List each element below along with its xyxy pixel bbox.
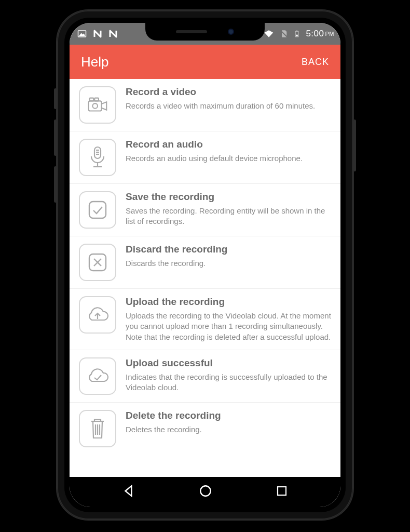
svg-rect-8: [94, 98, 99, 101]
svg-point-6: [92, 103, 98, 109]
time-suffix: PM: [325, 31, 335, 37]
n-icon: [92, 29, 103, 38]
x-icon: [79, 244, 116, 281]
back-button[interactable]: BACK: [302, 57, 329, 68]
battery-icon: [293, 29, 300, 39]
help-list[interactable]: Record a video Records a video with maxi…: [70, 79, 340, 477]
help-item-record-video: Record a video Records a video with maxi…: [70, 79, 340, 131]
help-item-title: Delete the recording: [126, 410, 331, 421]
status-time: 5:00PM: [306, 29, 334, 39]
help-item-desc: Saves the recording. Recording entity wi…: [126, 206, 331, 227]
help-item-title: Save the recording: [126, 191, 331, 203]
nav-back-button[interactable]: [112, 480, 146, 504]
help-item-upload: Upload the recording Uploads the recordi…: [70, 289, 340, 350]
help-item-desc: Deletes the recording.: [126, 424, 331, 435]
side-button: [54, 166, 57, 203]
nav-home-button[interactable]: [188, 480, 223, 504]
side-button: [54, 119, 57, 156]
wifi-icon: [263, 29, 275, 38]
picture-icon: [77, 29, 87, 38]
svg-rect-5: [89, 101, 102, 111]
help-item-title: Upload successful: [126, 357, 331, 369]
app-header: Help BACK: [70, 45, 340, 79]
help-item-title: Record an audio: [126, 139, 331, 150]
svg-point-23: [200, 486, 211, 496]
help-item-desc: Records a video with maximum duration of…: [126, 101, 331, 111]
svg-rect-7: [90, 98, 94, 101]
help-item-title: Record a video: [126, 86, 331, 98]
help-item-discard: Discard the recording Discards the recor…: [70, 236, 340, 289]
help-item-save: Save the recording Saves the recording. …: [70, 184, 340, 236]
svg-rect-3: [296, 31, 297, 32]
help-item-desc: Discards the recording.: [126, 258, 331, 269]
cloud-check-icon: [79, 357, 116, 395]
phone-frame: 5:00PM Help BACK: [57, 10, 353, 520]
front-camera: [228, 29, 234, 35]
android-nav-bar: [70, 477, 340, 507]
page-title: Help: [81, 54, 108, 70]
svg-rect-24: [278, 487, 286, 495]
trash-icon: [79, 410, 116, 447]
help-item-desc: Records an audio using default device mi…: [126, 153, 331, 164]
help-item-record-audio: Record an audio Records an audio using d…: [70, 131, 340, 184]
speaker-grille: [176, 30, 207, 33]
time-value: 5:00: [306, 29, 324, 38]
sim-off-icon: [280, 29, 288, 38]
side-button: [54, 88, 57, 109]
cloud-upload-icon: [79, 296, 116, 334]
notch: [145, 23, 265, 41]
help-item-upload-success: Upload successful Indicates that the rec…: [70, 350, 340, 403]
help-item-title: Discard the recording: [126, 244, 331, 255]
microphone-icon: [79, 139, 116, 176]
help-item-desc: Uploads the recording to the Videolab cl…: [126, 311, 331, 342]
video-camera-icon: [79, 86, 116, 124]
help-item-delete: Delete the recording Deletes the recordi…: [70, 403, 340, 455]
check-icon: [79, 191, 116, 229]
svg-rect-4: [296, 35, 298, 36]
help-item-title: Upload the recording: [126, 296, 331, 308]
help-item-desc: Indicates that the recording is successf…: [126, 372, 331, 393]
svg-rect-15: [89, 202, 106, 218]
nav-recent-button[interactable]: [265, 481, 298, 503]
side-button: [353, 119, 356, 171]
n-icon: [108, 29, 118, 38]
